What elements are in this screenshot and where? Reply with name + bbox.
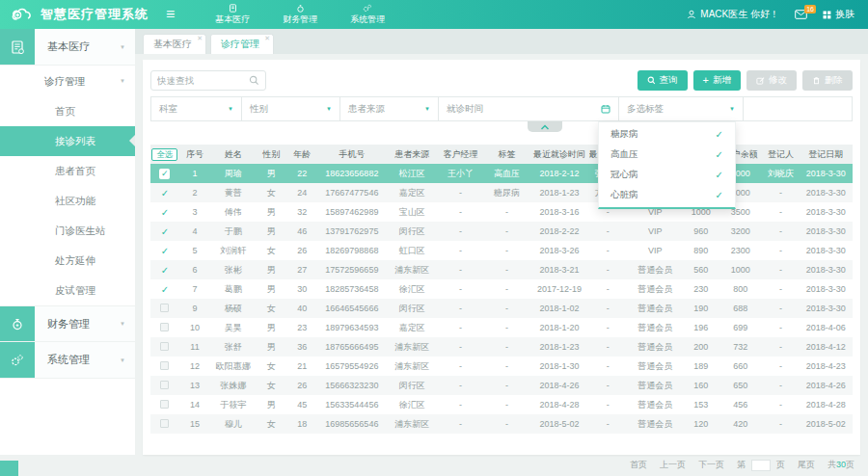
user-menu[interactable]: MACK医生 你好！ [687, 8, 779, 21]
row-checkbox-cell[interactable] [150, 337, 179, 357]
row-checkbox-cell[interactable] [150, 318, 179, 337]
row-checkbox-cell[interactable] [150, 376, 179, 395]
row-checkbox-cell[interactable]: ✓ [150, 279, 179, 299]
cell-doctor: - [589, 222, 628, 241]
tag-option-label: 糖尿病 [610, 128, 638, 141]
cell-registrar: - [762, 241, 799, 260]
cloud-logo-icon [10, 7, 35, 23]
collapse-filters-button[interactable] [528, 121, 562, 132]
sidebar-item[interactable]: 首页 [0, 96, 135, 126]
table-row[interactable]: 10吴昊男2318979634593嘉定区--2018-1-20-普通会员196… [150, 318, 853, 337]
topnav-item-basic[interactable]: 基本医疗 [215, 4, 250, 26]
tag-option[interactable]: 糖尿病✓ [599, 124, 735, 145]
filter-department[interactable]: 科室 ▼ [150, 96, 242, 121]
header-right: MACK医生 你好！ 16 换肤 [687, 8, 868, 21]
cell-date: 2018-3-30 [800, 260, 853, 279]
table-row[interactable]: ✓1周瑜男2218623656882松江区王小丫高血压2018-2-12张医师6… [150, 164, 853, 183]
sidebar-item[interactable]: 处方延伸 [0, 246, 135, 276]
filter-visit-time[interactable]: 就诊时间 [438, 96, 619, 121]
tab-basic-medical[interactable]: 基本医疗 ✕ [143, 34, 206, 54]
pagination-next[interactable]: 下一页 [698, 459, 724, 471]
pagination-prev[interactable]: 上一页 [660, 459, 686, 471]
row-checkbox-cell[interactable] [150, 299, 179, 318]
sidebar-section-basic[interactable]: 基本医疗 ▼ [0, 29, 135, 66]
tab-clinic-management[interactable]: 诊疗管理 ✕ [210, 34, 274, 54]
row-checkbox-cell[interactable] [150, 395, 179, 414]
query-button[interactable]: 查询 [637, 70, 688, 91]
table-row[interactable]: ✓7葛鹏男3018285736458徐汇区--2017-12-19-普通会员23… [150, 279, 853, 299]
cell-source: 浦东新区 [387, 414, 437, 434]
delete-button[interactable]: 删除 [802, 70, 853, 91]
tab-label: 诊疗管理 [221, 38, 259, 51]
col-header-source: 患者来源 [387, 145, 437, 164]
row-checkbox-cell[interactable]: ✓ [150, 164, 179, 183]
cell-visit: 2018-1-23 [530, 337, 589, 357]
row-checkbox-cell[interactable]: ✓ [150, 183, 179, 202]
check-icon: ✓ [716, 149, 723, 160]
quick-search-box[interactable] [150, 70, 266, 91]
cell-points: 960 [683, 222, 719, 241]
add-button[interactable]: + 新增 [693, 70, 741, 91]
hamburger-menu-icon[interactable]: ≡ [166, 7, 175, 22]
table-row[interactable]: 13张姝娜女2615666323230闵行区--2018-4-26-普通会员16… [150, 376, 853, 395]
table-row[interactable]: ✓4于鹏男4613791762975闵行区--2018-2-22-VIP9603… [150, 222, 853, 241]
close-icon[interactable]: ✕ [264, 35, 270, 42]
messages-button[interactable]: 16 [795, 10, 807, 19]
table-row[interactable]: ✓2黄普女2417667477546嘉定区-糖尿病2018-1-23方医师500… [150, 183, 853, 202]
sidebar-item[interactable]: 皮试管理 [0, 276, 135, 305]
sidebar-item[interactable]: 接诊列表 [0, 126, 135, 156]
tag-option[interactable]: 冠心病✓ [599, 165, 735, 185]
select-all-button[interactable]: 全选 [151, 148, 177, 161]
edit-button[interactable]: 修改 [746, 70, 797, 91]
table-row[interactable]: ✓6张彬男2717572596659浦东新区--2018-3-21-普通会员56… [150, 260, 853, 279]
delete-icon [812, 76, 821, 85]
cell-manager: - [437, 318, 483, 337]
row-checkbox-cell[interactable]: ✓ [150, 260, 179, 279]
cell-manager: - [437, 299, 483, 318]
col-header-tag: 标签 [484, 145, 530, 164]
search-input[interactable] [157, 75, 249, 86]
cell-date: 2018-5-02 [800, 414, 853, 434]
cell-no: 3 [179, 202, 211, 222]
table-row[interactable]: 12欧阳惠娜女2116579554926浦东新区--2018-1-30-普通会员… [150, 357, 853, 376]
tag-option[interactable]: 高血压✓ [599, 145, 735, 165]
table-row[interactable]: ✓3傅伟男3215897462989宝山区--2018-3-16-VIP1000… [150, 202, 853, 222]
sidebar-item[interactable]: 社区功能 [0, 186, 135, 216]
topnav-item-system[interactable]: 系统管理 [350, 4, 385, 26]
row-checkbox-cell[interactable]: ✓ [150, 202, 179, 222]
filter-multi-tag[interactable]: 多选标签 ▼ [618, 96, 744, 121]
tag-option[interactable]: 心脏病✓ [599, 185, 735, 205]
row-checkbox-cell[interactable]: ✓ [150, 222, 179, 241]
cell-balance: 688 [719, 299, 762, 318]
sidebar-section-system[interactable]: 系统管理 ▼ [0, 342, 135, 379]
sidebar-section-finance[interactable]: 财务管理 ▼ [0, 305, 135, 342]
filter-gender[interactable]: 性别 ▼ [241, 96, 340, 121]
page-number-input[interactable] [751, 460, 771, 471]
cell-doctor: - [589, 318, 628, 337]
sidebar-bottom-strip [0, 455, 135, 476]
cell-age: 23 [287, 318, 317, 337]
cell-points: 230 [683, 279, 719, 299]
cell-source: 嘉定区 [387, 183, 437, 202]
cell-doctor: - [589, 357, 628, 376]
sidebar-item[interactable]: 门诊医生站 [0, 216, 135, 246]
change-skin-button[interactable]: 换肤 [823, 8, 854, 21]
pagination-last[interactable]: 尾页 [798, 459, 815, 471]
cell-age: 24 [287, 183, 317, 202]
pagination-first[interactable]: 首页 [630, 459, 647, 471]
table-row[interactable]: 15穆儿女1816985656546浦东新区--2018-5-02-普通会员12… [150, 414, 853, 434]
sidebar-group-clinic[interactable]: 诊疗管理 ▼ [0, 66, 135, 96]
sidebar-item[interactable]: 患者首页 [0, 156, 135, 186]
close-icon[interactable]: ✕ [197, 35, 203, 42]
filter-patient-source[interactable]: 患者来源 ▼ [339, 96, 439, 121]
cell-registrar: - [762, 183, 799, 202]
table-row[interactable]: ✓5刘润轩女2618269798868虹口区--2018-3-26-VIP890… [150, 241, 853, 260]
table-row[interactable]: 14于筱宇男4515633544456徐汇区--2018-4-28-普通会员15… [150, 395, 853, 414]
table-row[interactable]: 9杨硕女4016646545666闵行区--2018-1-02-普通会员1906… [150, 299, 853, 318]
tag-dropdown-panel: 糖尿病✓高血压✓冠心病✓心脏病✓ [598, 121, 736, 209]
row-checkbox-cell[interactable]: ✓ [150, 241, 179, 260]
row-checkbox-cell[interactable] [150, 357, 179, 376]
topnav-item-finance[interactable]: 财务管理 [283, 4, 317, 26]
row-checkbox-cell[interactable] [150, 414, 179, 434]
table-row[interactable]: 11张舒男3618765666495浦东新区--2018-1-23-普通会员20… [150, 337, 853, 357]
